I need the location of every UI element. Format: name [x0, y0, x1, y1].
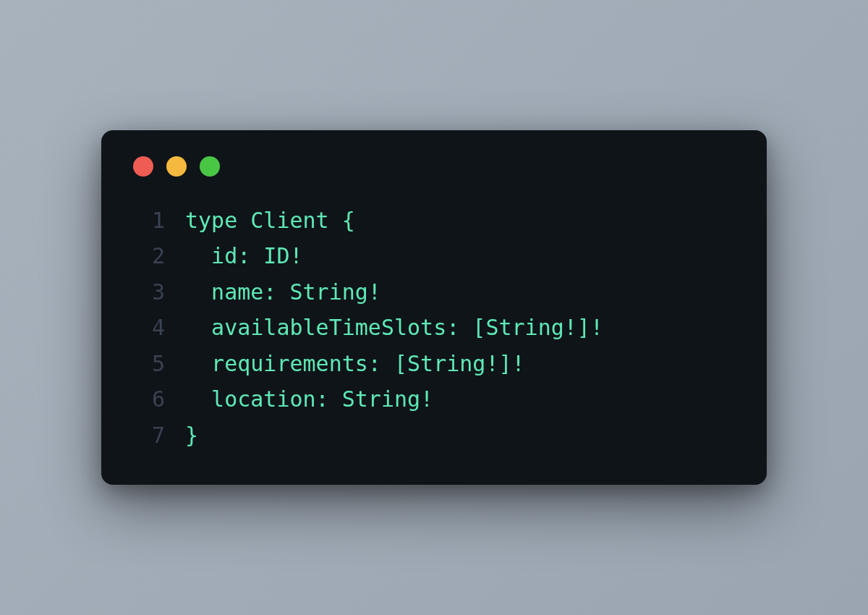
code-line: 3 name: String! — [133, 274, 735, 310]
code-line: 5 requirements: [String!]! — [133, 346, 735, 382]
line-number: 1 — [133, 203, 165, 239]
close-icon[interactable] — [133, 156, 153, 177]
code-text: availableTimeSlots: [String!]! — [185, 310, 603, 346]
code-text: location: String! — [185, 381, 433, 417]
line-number: 7 — [133, 417, 165, 454]
minimize-icon[interactable] — [166, 156, 187, 177]
code-line: 6 location: String! — [133, 381, 735, 417]
window-controls — [133, 156, 735, 177]
code-line: 2 id: ID! — [133, 238, 735, 274]
code-text: id: ID! — [185, 238, 303, 274]
code-text: } — [185, 417, 198, 454]
code-text: requirements: [String!]! — [185, 346, 525, 382]
code-line: 4 availableTimeSlots: [String!]! — [133, 310, 735, 346]
code-area[interactable]: 1 type Client { 2 id: ID! 3 name: String… — [133, 203, 735, 454]
line-number: 4 — [133, 310, 165, 346]
line-number: 5 — [133, 346, 165, 382]
code-text: name: String! — [185, 274, 381, 310]
code-editor-window: 1 type Client { 2 id: ID! 3 name: String… — [101, 130, 767, 485]
line-number: 6 — [133, 381, 165, 417]
line-number: 2 — [133, 238, 165, 274]
line-number: 3 — [133, 274, 165, 310]
maximize-icon[interactable] — [200, 156, 220, 177]
code-line: 7 } — [133, 417, 735, 454]
code-line: 1 type Client { — [133, 203, 735, 239]
code-text: type Client { — [185, 203, 355, 239]
